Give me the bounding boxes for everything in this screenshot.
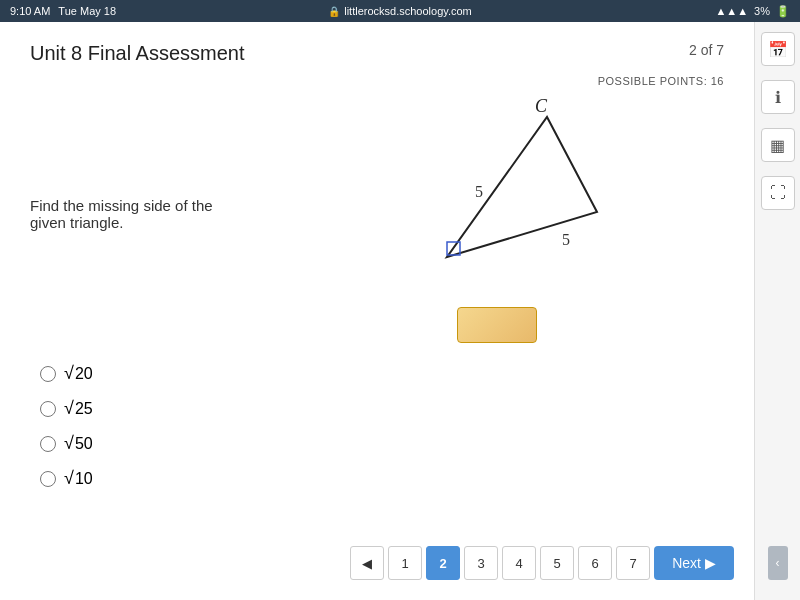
page-button-7[interactable]: 7 (616, 546, 650, 580)
choice-value-4: 10 (75, 470, 93, 488)
side-right-label: 5 (562, 231, 570, 248)
page-button-5[interactable]: 5 (540, 546, 574, 580)
choice-value-1: 20 (75, 365, 93, 383)
next-button[interactable]: Next ▶ (654, 546, 734, 580)
radio-option-4[interactable] (40, 471, 56, 487)
choice-value-3: 50 (75, 435, 93, 453)
page-button-4[interactable]: 4 (502, 546, 536, 580)
page-button-6[interactable]: 6 (578, 546, 612, 580)
calendar-icon[interactable]: 📅 (761, 32, 795, 66)
answer-input-box[interactable] (457, 307, 537, 343)
lock-icon: 🔒 (328, 6, 340, 17)
choices-area: √20 √25 √50 √10 (40, 363, 724, 489)
sidebar-collapse-button[interactable]: ‹ (768, 546, 788, 580)
question-area: Find the missing side of the given trian… (30, 97, 724, 343)
page-button-2[interactable]: 2 (426, 546, 460, 580)
status-day: Tue May 18 (58, 5, 116, 17)
content-area: Unit 8 Final Assessment 2 of 7 POSSIBLE … (0, 22, 754, 600)
expand-icon[interactable]: ⛶ (761, 176, 795, 210)
vertex-c-label: C (535, 97, 548, 116)
battery-icon: 🔋 (776, 5, 790, 18)
sidebar: 📅 ℹ ▦ ⛶ ‹ (754, 22, 800, 600)
page-title: Unit 8 Final Assessment (30, 42, 245, 65)
info-icon[interactable]: ℹ (761, 80, 795, 114)
possible-points: POSSIBLE POINTS: 16 (30, 75, 724, 87)
choice-item-3: √50 (40, 433, 724, 454)
radio-option-1[interactable] (40, 366, 56, 382)
pagination-area: ◀ 1 2 3 4 5 6 7 Next ▶ (350, 546, 734, 580)
page-button-3[interactable]: 3 (464, 546, 498, 580)
triangle-area: C 5 5 (270, 97, 724, 343)
status-time: 9:10 AM (10, 5, 50, 17)
choice-item-1: √20 (40, 363, 724, 384)
choice-item-4: √10 (40, 468, 724, 489)
triangle-svg: C 5 5 (367, 97, 627, 297)
question-text: Find the missing side of the given trian… (30, 197, 250, 231)
choice-item-2: √25 (40, 398, 724, 419)
radio-option-3[interactable] (40, 436, 56, 452)
choice-value-2: 25 (75, 400, 93, 418)
status-url: littlerocksd.schoology.com (344, 5, 472, 17)
prev-page-button[interactable]: ◀ (350, 546, 384, 580)
grid-icon[interactable]: ▦ (761, 128, 795, 162)
header-row: Unit 8 Final Assessment 2 of 7 (30, 42, 724, 65)
battery-level: 3% (754, 5, 770, 17)
page-button-1[interactable]: 1 (388, 546, 422, 580)
radio-option-2[interactable] (40, 401, 56, 417)
question-counter: 2 of 7 (689, 42, 724, 58)
status-bar: 9:10 AM Tue May 18 🔒 littlerocksd.school… (0, 0, 800, 22)
side-left-label: 5 (475, 183, 483, 200)
wifi-icon: ▲▲▲ (715, 5, 748, 17)
triangle-shape (447, 117, 597, 257)
main-container: Unit 8 Final Assessment 2 of 7 POSSIBLE … (0, 22, 800, 600)
